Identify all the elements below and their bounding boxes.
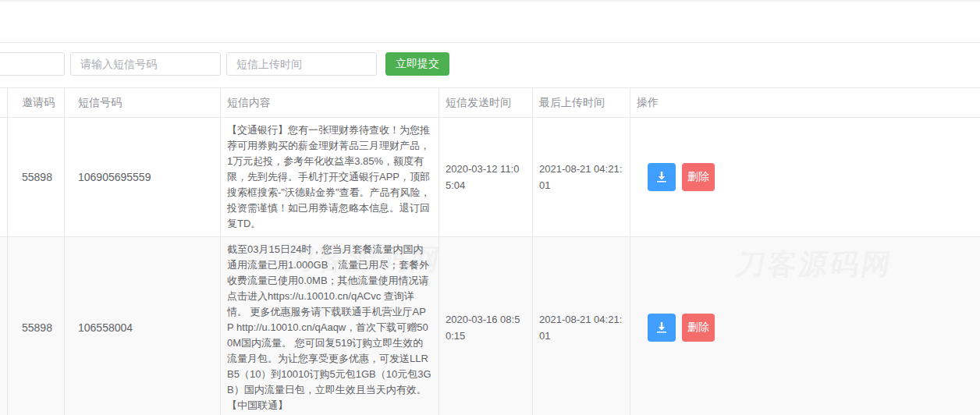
delete-button[interactable]: 删除 bbox=[682, 314, 715, 342]
sms-upload-time-input[interactable] bbox=[226, 52, 377, 76]
column-header-sms-number: 短信号码 bbox=[65, 88, 221, 117]
keyword-input[interactable] bbox=[0, 52, 65, 76]
download-icon bbox=[655, 321, 668, 334]
delete-button[interactable]: 删除 bbox=[682, 163, 715, 191]
actions-cell: 删除 bbox=[630, 118, 980, 236]
send-time-cell: 2020-03-16 08:50:15 bbox=[446, 311, 526, 344]
download-icon bbox=[655, 171, 668, 183]
sms-content-cell: 截至03月15日24时，您当月套餐流量内国内通用流量已用1.000GB，流量已用… bbox=[227, 242, 432, 413]
download-button[interactable] bbox=[648, 163, 676, 191]
leading-cell bbox=[0, 237, 8, 415]
leading-cell bbox=[0, 118, 8, 236]
submit-button[interactable]: 立即提交 bbox=[385, 52, 449, 76]
send-time-cell: 2020-03-12 11:05:04 bbox=[446, 161, 526, 193]
sms-number-input[interactable] bbox=[70, 52, 221, 76]
column-header-invite-code: 邀请码 bbox=[8, 88, 65, 117]
sms-content-cell: 【交通银行】您有一张理财券待查收！为您推荐可用券购买的薪金理财菁品三月理财产品，… bbox=[227, 122, 432, 232]
sms-table: 邀请码 短信号码 短信内容 短信发送时间 最后上传时间 操作 55898 106… bbox=[0, 87, 980, 415]
download-button[interactable] bbox=[648, 314, 676, 342]
header-leading-cell bbox=[0, 88, 8, 117]
invite-code-cell: 55898 bbox=[8, 118, 65, 236]
table-row: 55898 106905695559 【交通银行】您有一张理财券待查收！为您推荐… bbox=[0, 118, 980, 237]
sms-number-cell: 106558004 bbox=[65, 237, 221, 415]
table-header-row: 邀请码 短信号码 短信内容 短信发送时间 最后上传时间 操作 bbox=[0, 88, 980, 118]
actions-cell: 删除 bbox=[630, 237, 980, 415]
page-header bbox=[0, 2, 980, 43]
column-header-upload-time: 最后上传时间 bbox=[533, 88, 630, 117]
column-header-send-time: 短信发送时间 bbox=[439, 88, 533, 117]
upload-time-cell: 2021-08-21 04:21:01 bbox=[539, 311, 623, 344]
upload-time-cell: 2021-08-21 04:21:01 bbox=[539, 161, 623, 193]
column-header-actions: 操作 bbox=[630, 88, 980, 117]
table-row: 55898 106558004 截至03月15日24时，您当月套餐流量内国内通用… bbox=[0, 237, 980, 415]
column-header-sms-content: 短信内容 bbox=[221, 88, 439, 117]
sms-number-cell: 106905695559 bbox=[65, 118, 221, 236]
invite-code-cell: 55898 bbox=[8, 237, 65, 415]
